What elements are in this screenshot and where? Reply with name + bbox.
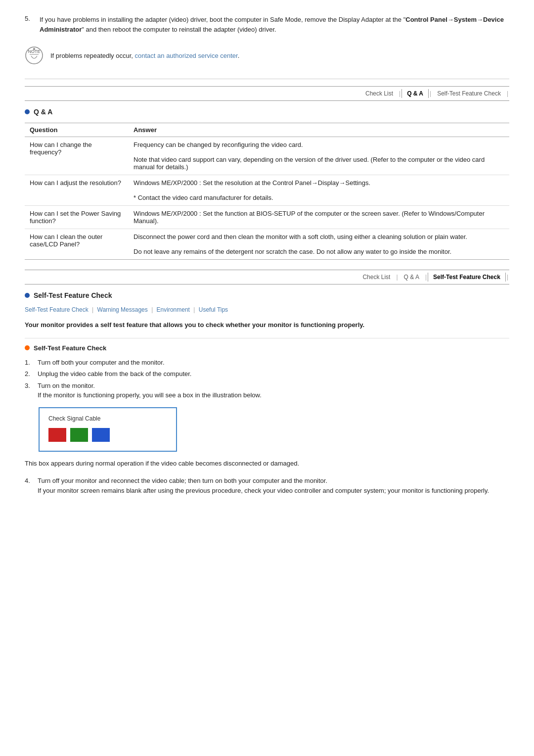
- step4-block: 4. Turn off your monitor and reconnect t…: [25, 476, 509, 495]
- question-cell: How can I clean the outer case/LCD Panel…: [25, 229, 129, 260]
- self-test-title: Self-Test Feature Check: [25, 291, 509, 299]
- nav-qa-2[interactable]: Q & A: [399, 273, 424, 282]
- col-answer-header: Answer: [129, 123, 509, 137]
- question-cell: How can I adjust the resolution?: [25, 175, 129, 206]
- nav-bar-bottom: Check List | Q & A | Self-Test Feature C…: [25, 270, 509, 284]
- self-test-sub-title: Self-Test Feature Check: [25, 338, 509, 352]
- steps-list: 1. Turn off both your computer and the m…: [25, 358, 509, 400]
- note-after-box: This box appears during normal operation…: [25, 459, 509, 469]
- nav-bar-top: Check List | Q & A | Self-Test Feature C…: [25, 86, 509, 101]
- green-block: [70, 428, 88, 442]
- check-signal-cable-text: Check Signal Cable: [48, 415, 167, 422]
- note-box: NOTE If problems repeatedly occur, conta…: [25, 41, 509, 70]
- question-cell: How can I change thefrequency?: [25, 137, 129, 175]
- link-warning-messages[interactable]: Warning Messages: [97, 306, 148, 313]
- link-self-test-feature[interactable]: Self-Test Feature Check: [25, 306, 89, 313]
- service-center-link[interactable]: contact an authorized service center: [135, 52, 238, 59]
- blue-block: [92, 428, 110, 442]
- answer-cell: Disconnect the power cord and then clean…: [129, 229, 509, 260]
- illustration-box: Check Signal Cable: [39, 407, 177, 452]
- qa-section: Q & A Question Answer How can I change t…: [25, 108, 509, 260]
- self-test-section: Self-Test Feature Check Self-Test Featur…: [25, 291, 509, 495]
- answer-cell: Windows ME/XP/2000 : Set the function at…: [129, 206, 509, 229]
- qa-section-title: Q & A: [25, 108, 509, 116]
- table-row: How can I change thefrequency? Frequency…: [25, 137, 509, 175]
- note-text: If problems repeatedly occur, contact an…: [50, 52, 239, 59]
- qa-dot-icon: [25, 109, 30, 114]
- nav-selftest-1[interactable]: Self-Test Feature Check: [432, 89, 506, 98]
- question-cell: How can I set the Power Saving function?: [25, 206, 129, 229]
- self-test-dot-icon: [25, 293, 30, 298]
- step4-number: 4.: [25, 476, 34, 495]
- color-blocks: [48, 428, 167, 442]
- self-test-links: Self-Test Feature Check | Warning Messag…: [25, 306, 509, 313]
- step4-text: Turn off your monitor and reconnect the …: [38, 476, 489, 495]
- orange-dot-icon: [25, 345, 30, 350]
- nav-qa-1[interactable]: Q & A: [401, 89, 429, 98]
- step5-text: If you have problems in installing the a…: [40, 15, 509, 34]
- list-item: 3. Turn on the monitor. If the monitor i…: [25, 381, 509, 400]
- step5-block: 5. If you have problems in installing th…: [25, 15, 509, 34]
- answer-cell: Windows ME/XP/2000 : Set the resolution …: [129, 175, 509, 206]
- sub-title-text: Self-Test Feature Check: [34, 344, 106, 352]
- note-icon: NOTE: [25, 46, 44, 65]
- bold-text: Control Panel→System→Device Administrato…: [40, 16, 504, 33]
- self-test-intro: Your monitor provides a self test featur…: [25, 320, 509, 330]
- self-test-title-text: Self-Test Feature Check: [34, 291, 112, 299]
- nav-checklist-1[interactable]: Check List: [360, 89, 398, 98]
- table-row: How can I adjust the resolution? Windows…: [25, 175, 509, 206]
- qa-table: Question Answer How can I change thefreq…: [25, 123, 509, 260]
- answer-cell: Frequency can be changed by reconfigurin…: [129, 137, 509, 175]
- step5-number: 5.: [25, 15, 34, 34]
- link-environment[interactable]: Environment: [157, 306, 190, 313]
- qa-title-text: Q & A: [34, 108, 52, 116]
- nav-selftest-2[interactable]: Self-Test Feature Check: [428, 273, 506, 282]
- table-row: How can I set the Power Saving function?…: [25, 206, 509, 229]
- table-row: How can I clean the outer case/LCD Panel…: [25, 229, 509, 260]
- list-item: 1. Turn off both your computer and the m…: [25, 358, 509, 368]
- nav-checklist-2[interactable]: Check List: [357, 273, 395, 282]
- col-question-header: Question: [25, 123, 129, 137]
- link-useful-tips[interactable]: Useful Tips: [199, 306, 228, 313]
- svg-point-3: [33, 48, 35, 50]
- list-item: 2. Unplug the video cable from the back …: [25, 369, 509, 379]
- red-block: [48, 428, 66, 442]
- top-section: 5. If you have problems in installing th…: [25, 15, 509, 79]
